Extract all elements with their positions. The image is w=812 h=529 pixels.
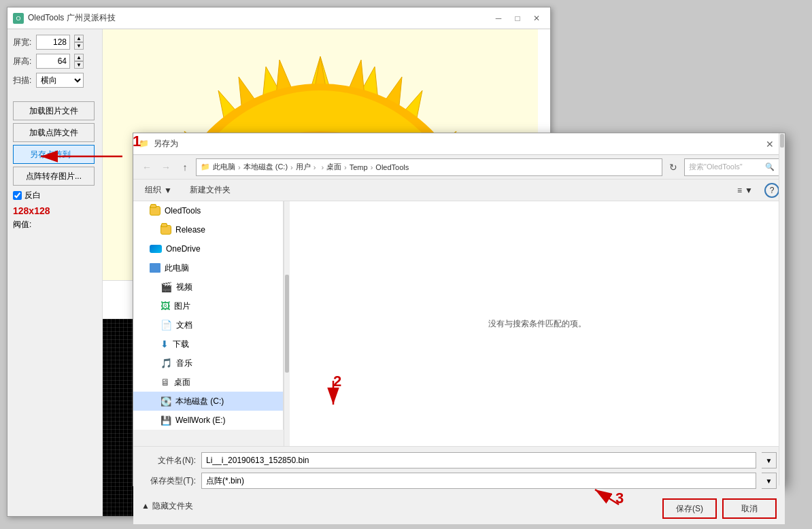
tree-label-wellwork: WellWork (E:) [175, 415, 226, 425]
tree-item-computer[interactable]: 此电脑 [133, 258, 283, 277]
tree-label-downloads: 下载 [173, 339, 189, 350]
screen-width-label: 屏宽: [13, 37, 32, 48]
dialog-close-button[interactable]: ✕ [760, 137, 779, 152]
help-button[interactable]: ? [764, 183, 779, 198]
tree-label-oledtools: OledTools [165, 206, 201, 216]
path-segment-computer: 此电脑 [213, 162, 235, 172]
tree-item-wellwork[interactable]: 💾 WellWork (E:) [133, 411, 283, 430]
tree-item-local-disk[interactable]: 💽 本地磁盘 (C:) [133, 392, 283, 411]
screen-width-spinners: ▲ ▼ [74, 35, 84, 50]
dialog-nav-toolbar: ← → ↑ 📁 此电脑 › 本地磁盘 (C:) › 用户 › › 桌面 › Te… [133, 155, 785, 180]
toggle-arrow: ▲ [141, 501, 150, 511]
empty-message: 没有与搜索条件匹配的项。 [488, 318, 586, 330]
tree-scrollbar[interactable] [284, 201, 290, 446]
path-segment-temp: Temp [350, 163, 368, 171]
onedrive-icon [150, 245, 162, 253]
path-icon: 📁 [201, 163, 210, 171]
tree-panel: OledTools Release OneDrive 此电脑 🎬 视频 [133, 201, 284, 430]
filetype-dropdown-btn[interactable]: ▼ [762, 473, 777, 489]
tree-label-onedrive: OneDrive [166, 244, 201, 254]
close-button[interactable]: ✕ [528, 12, 545, 25]
filename-dropdown-btn[interactable]: ▼ [762, 452, 777, 468]
save-button[interactable]: 保存(S) [662, 498, 717, 519]
dialog-secondary-toolbar: 组织 ▼ 新建文件夹 ≡ ▼ ? [133, 180, 785, 201]
screen-width-input[interactable] [36, 35, 70, 50]
search-placeholder: 搜索"OledTools" [689, 162, 743, 172]
save-dot-button[interactable]: 另存点阵到... [13, 145, 95, 164]
search-icon: 🔍 [765, 163, 775, 171]
save-dialog: 📁 另存为 ✕ ← → ↑ 📁 此电脑 › 本地磁盘 (C:) › 用户 › ›… [133, 133, 785, 486]
load-image-button[interactable]: 加载图片文件 [13, 101, 95, 120]
screen-height-input[interactable] [36, 54, 70, 69]
tree-label-local-disk: 本地磁盘 (C:) [175, 396, 224, 407]
search-box[interactable]: 搜索"OledTools" 🔍 [684, 158, 779, 176]
nav-back-button[interactable]: ← [139, 159, 155, 175]
tree-item-downloads[interactable]: ⬇ 下载 [133, 335, 283, 354]
height-down-btn[interactable]: ▼ [74, 61, 84, 69]
tree-item-docs[interactable]: 📄 文档 [133, 315, 283, 335]
nav-up-button[interactable]: ↑ [177, 159, 193, 175]
cancel-button[interactable]: 取消 [722, 498, 777, 519]
filetype-row: 保存类型(T): ▼ [141, 473, 777, 489]
dialog-title-icon: 📁 [139, 139, 150, 150]
invert-checkbox[interactable] [13, 191, 22, 200]
tree-scrollbar-thumb [285, 275, 289, 373]
dot-to-image-button[interactable]: 点阵转存图片... [13, 167, 95, 186]
scan-select[interactable]: 横向 纵向 [36, 73, 84, 88]
tree-item-images[interactable]: 🖼 图片 [133, 296, 283, 315]
sidebar: 屏宽: ▲ ▼ 屏高: ▲ ▼ 扫描: 横向 纵向 加载图片文件 加载点阵文件 [7, 29, 103, 516]
new-folder-label: 新建文件夹 [190, 184, 231, 196]
filename-input[interactable] [201, 452, 756, 468]
organize-label: 组织 [145, 184, 161, 196]
screen-height-label: 屏高: [13, 56, 32, 67]
wellwork-icon: 💾 [160, 415, 171, 426]
path-bar[interactable]: 📁 此电脑 › 本地磁盘 (C:) › 用户 › › 桌面 › Temp › O… [196, 158, 662, 176]
width-up-btn[interactable]: ▲ [74, 35, 84, 42]
maximize-button[interactable]: □ [509, 12, 526, 25]
nav-forward-button[interactable]: → [158, 159, 174, 175]
minimize-button[interactable]: ─ [490, 12, 507, 25]
image-folder-icon: 🖼 [160, 301, 170, 311]
folder-icon-release [160, 225, 171, 235]
computer-icon [150, 263, 160, 273]
tree-label-docs: 文档 [176, 320, 192, 331]
new-folder-button[interactable]: 新建文件夹 [184, 182, 237, 199]
view-icon: ≡ [737, 186, 742, 195]
invert-row: 反白 [13, 190, 97, 201]
width-down-btn[interactable]: ▼ [74, 42, 84, 50]
tree-label-images: 图片 [174, 301, 190, 312]
path-segment-oledtools: OledTools [375, 163, 409, 171]
tree-label-music: 音乐 [176, 358, 192, 369]
height-up-btn[interactable]: ▲ [74, 54, 84, 61]
app-icon: O [13, 13, 24, 24]
doc-icon: 📄 [160, 320, 172, 330]
dialog-scrollbar-thumb [780, 134, 784, 148]
tree-label-release: Release [175, 225, 205, 235]
view-button[interactable]: ≡ ▼ [731, 182, 759, 199]
tree-item-oledtools[interactable]: OledTools [133, 201, 283, 220]
organize-button[interactable]: 组织 ▼ [139, 182, 178, 199]
tree-item-music[interactable]: 🎵 音乐 [133, 354, 283, 373]
threshold-label: 阀值: [13, 219, 31, 231]
view-dropdown-icon: ▼ [745, 186, 753, 195]
window-controls: ─ □ ✕ [490, 12, 545, 25]
tree-item-desktop[interactable]: 🖥 桌面 [133, 373, 283, 392]
screen-height-row: 屏高: ▲ ▼ [13, 54, 97, 69]
filename-label: 文件名(N): [141, 455, 196, 466]
desktop-icon: 🖥 [160, 377, 170, 388]
folder-icon-oledtools [150, 206, 160, 216]
music-icon: 🎵 [160, 358, 172, 369]
tree-item-video[interactable]: 🎬 视频 [133, 277, 283, 296]
load-dot-button[interactable]: 加载点阵文件 [13, 123, 95, 142]
dialog-scrollbar[interactable] [779, 133, 785, 485]
filetype-label: 保存类型(T): [141, 475, 196, 487]
tree-item-onedrive[interactable]: OneDrive [133, 239, 283, 258]
path-segment-users: 用户 [296, 162, 311, 172]
local-disk-icon: 💽 [160, 396, 171, 407]
hide-folders-toggle[interactable]: ▲ 隐藏文件夹 [141, 500, 193, 512]
path-segment-disk: 本地磁盘 (C:) [243, 162, 288, 172]
tree-item-release[interactable]: Release [133, 220, 283, 239]
main-title: OledTools 广州灵派科技 [28, 12, 490, 24]
refresh-button[interactable]: ↻ [665, 159, 681, 175]
organize-dropdown-icon: ▼ [164, 186, 172, 195]
